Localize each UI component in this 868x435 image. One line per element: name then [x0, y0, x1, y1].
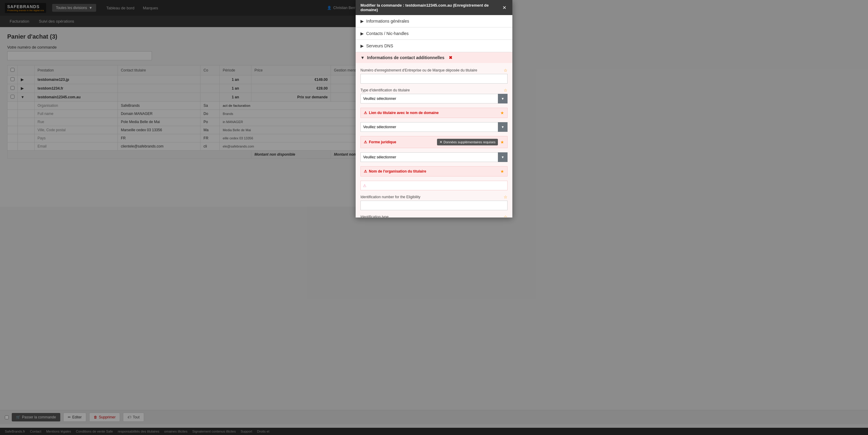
accordion-dns: ▶ Serveurs DNS [355, 40, 434, 52]
modal-body: ▶ Informations générales ▶ Contacts / Ni… [355, 15, 434, 218]
accordion-contact-add-arrow: ▼ [361, 55, 365, 60]
warning-triangle2-icon: ⚠ [364, 140, 367, 144]
nom-org-warning-label: ⚠ Nom de l'organisation du titulaire [364, 169, 426, 173]
modal-header: Modifier la commande : testdomain12345.c… [355, 0, 434, 15]
field-eligibility-type-label: Identification type ☆ [361, 214, 434, 218]
id-type-select-wrapper: Veuillez sélectionner ▼ [361, 94, 434, 104]
reg-number-input[interactable] [361, 74, 434, 84]
accordion-contact-add-header[interactable]: ▼ Informations de contact additionnelles… [355, 52, 434, 63]
link-titulaire-select-wrapper: Veuillez sélectionner ▼ [361, 122, 434, 132]
field-eligibility-type-label-text: Identification type [361, 215, 389, 218]
modal-overlay: Modifier la commande : testdomain12345.c… [0, 0, 434, 218]
nom-org-inner-warning-icon: ⚠ [363, 183, 367, 188]
accordion-dns-header[interactable]: ▶ Serveurs DNS [355, 40, 434, 52]
accordion-contacts-header[interactable]: ▶ Contacts / Nic-handles [355, 27, 434, 39]
forme-juridique-warning-row: ⚠ Forme juridique ✕ Données supplémentai… [361, 136, 434, 148]
id-type-select[interactable]: Veuillez sélectionner [361, 94, 434, 104]
warning-triangle3-icon: ⚠ [364, 169, 367, 173]
modal-title: Modifier la commande : testdomain12345.c… [361, 3, 434, 12]
nom-org-input[interactable] [361, 181, 434, 190]
field-eligibility-number-label: Identification number for the Eligibilit… [361, 195, 434, 199]
accordion-general: ▶ Informations générales [355, 15, 434, 27]
field-forme-juridique: ⚠ Forme juridique ✕ Données supplémentai… [361, 136, 434, 162]
field-id-type: Type d'identification du titulaire ☆ Veu… [361, 88, 434, 104]
accordion-contact-add: ▼ Informations de contact additionnelles… [355, 52, 434, 218]
accordion-dns-arrow: ▶ [361, 44, 364, 48]
field-reg-number-label: Numéro d'enregistrement d'Entreprise ou … [361, 68, 434, 73]
link-titulaire-warning-row: ⚠ Lien du titulaire avec le nom de domai… [361, 108, 434, 118]
link-titulaire-warning-label: ⚠ Lien du titulaire avec le nom de domai… [364, 111, 434, 115]
modal: Modifier la commande : testdomain12345.c… [355, 0, 434, 218]
accordion-contacts-arrow: ▶ [361, 31, 364, 36]
field-eligibility-type: Identification type ☆ Veuillez sélection… [361, 214, 434, 218]
field-nom-org: ⚠ Nom de l'organisation du titulaire ★ ⚠ [361, 166, 434, 190]
field-reg-number: Numéro d'enregistrement d'Entreprise ou … [361, 68, 434, 84]
field-reg-number-label-text: Numéro d'enregistrement d'Entreprise ou … [361, 68, 434, 72]
accordion-contacts-label: Contacts / Nic-handles [366, 31, 409, 36]
field-id-type-label: Type d'identification du titulaire ☆ [361, 88, 434, 93]
field-eligibility-number: Identification number for the Eligibilit… [361, 195, 434, 210]
warning-triangle-icon: ⚠ [364, 111, 367, 115]
accordion-general-header[interactable]: ▶ Informations générales [355, 15, 434, 27]
field-eligibility-number-label-text: Identification number for the Eligibilit… [361, 195, 421, 199]
forme-juridique-select-wrapper: Veuillez sélectionner ▼ [361, 152, 434, 162]
forme-juridique-select[interactable]: Veuillez sélectionner [361, 152, 434, 162]
accordion-contact-add-content: Numéro d'enregistrement d'Entreprise ou … [355, 63, 434, 218]
field-id-type-label-text: Type d'identification du titulaire [361, 88, 410, 92]
accordion-general-arrow: ▶ [361, 19, 364, 24]
nom-org-input-wrapper: ⚠ [361, 181, 434, 190]
accordion-contacts: ▶ Contacts / Nic-handles [355, 27, 434, 40]
accordion-contact-add-label: Informations de contact additionnelles [367, 55, 434, 60]
link-titulaire-select[interactable]: Veuillez sélectionner [361, 122, 434, 132]
accordion-general-label: Informations générales [366, 19, 409, 24]
field-link-titulaire: ⚠ Lien du titulaire avec le nom de domai… [361, 108, 434, 132]
nom-org-warning-row: ⚠ Nom de l'organisation du titulaire ★ [361, 166, 434, 176]
forme-juridique-warning-label: ⚠ Forme juridique [364, 140, 396, 144]
eligibility-number-input[interactable] [361, 201, 434, 210]
accordion-dns-label: Serveurs DNS [366, 44, 393, 48]
